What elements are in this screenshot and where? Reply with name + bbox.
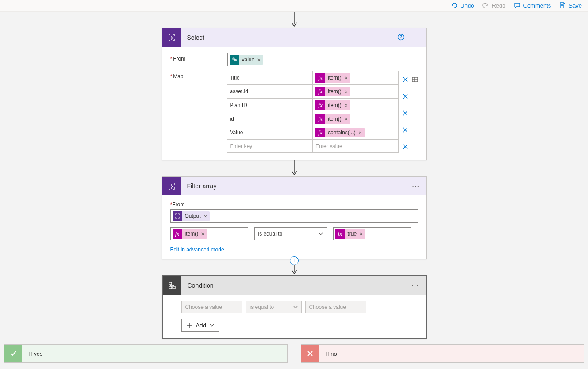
svg-rect-20 (169, 286, 172, 289)
fx-icon: fx (315, 87, 325, 96)
chevron-down-icon (210, 323, 214, 327)
add-step-button[interactable]: + (290, 256, 299, 265)
chevron-down-icon (319, 232, 323, 236)
comments-button[interactable]: Comments (514, 2, 551, 9)
check-icon (4, 345, 22, 362)
map-value-cell[interactable]: fxitem()✕ (313, 85, 399, 99)
remove-token-icon[interactable]: ✕ (358, 130, 362, 135)
map-value-input[interactable] (315, 143, 396, 149)
remove-token-icon[interactable]: ✕ (201, 232, 204, 236)
delete-row-icon[interactable] (402, 76, 408, 84)
action-card-select: Select ··· *From value ✕ (162, 28, 427, 160)
data-operations-icon (173, 211, 182, 221)
branch-no: If no (301, 344, 584, 363)
delete-row-icon[interactable] (402, 110, 408, 118)
token-fx[interactable]: fxtrue✕ (335, 229, 366, 239)
svg-rect-21 (173, 286, 175, 289)
map-key-input[interactable] (230, 143, 310, 149)
chevron-down-icon (293, 305, 298, 309)
svg-point-3 (234, 59, 237, 61)
delete-row-icon[interactable] (402, 127, 408, 134)
card-title: Select (187, 34, 391, 41)
remove-token-icon[interactable]: ✕ (344, 89, 348, 94)
map-table: Title fxitem()✕ asset.id fxitem()✕ Plan … (227, 71, 399, 153)
redo-button[interactable]: Redo (482, 2, 505, 9)
from-input[interactable]: Output ✕ (170, 209, 418, 223)
card-menu-button[interactable]: ··· (410, 282, 421, 289)
from-input[interactable]: value ✕ (227, 53, 418, 66)
map-key-cell[interactable]: Plan ID (227, 99, 313, 112)
card-title: Condition (188, 282, 404, 289)
map-row-actions (402, 71, 418, 154)
remove-token-icon[interactable]: ✕ (344, 103, 348, 108)
token-value[interactable]: value ✕ (230, 55, 264, 65)
control-card-condition: Condition ··· Choose a value is equal to… (162, 275, 427, 339)
remove-token-icon[interactable]: ✕ (257, 57, 261, 62)
remove-token-icon[interactable]: ✕ (204, 214, 207, 219)
fx-icon: fx (315, 73, 325, 83)
connector-arrow (290, 160, 299, 176)
fx-icon: fx (335, 229, 345, 239)
command-bar: Undo Redo Comments Save (0, 0, 588, 12)
condition-operator-select[interactable]: is equal to (246, 301, 302, 313)
condition-left-input[interactable]: Choose a value (181, 301, 242, 313)
fx-icon: fx (315, 114, 325, 124)
condition-branches: If yes If no (4, 344, 584, 363)
from-label: *From (170, 53, 221, 62)
card-header[interactable]: Condition ··· (163, 276, 426, 295)
remove-token-icon[interactable]: ✕ (344, 76, 348, 80)
add-condition-button[interactable]: Add (181, 319, 219, 332)
branch-header[interactable]: If yes (4, 345, 287, 362)
save-button[interactable]: Save (559, 2, 582, 9)
redo-icon (482, 2, 489, 9)
map-value-cell[interactable]: fxcontains(...)✕ (313, 126, 399, 140)
card-menu-button[interactable]: ··· (411, 34, 422, 41)
delete-row-icon[interactable] (402, 144, 408, 151)
action-card-filter: Filter array ··· *From Output ✕ fxitem()… (162, 176, 427, 259)
filter-operator-select[interactable]: is equal to (254, 227, 327, 240)
help-icon[interactable] (397, 34, 404, 42)
condition-right-input[interactable]: Choose a value (305, 301, 366, 313)
filter-left-input[interactable]: fxitem()✕ (170, 227, 248, 240)
control-icon (163, 276, 181, 295)
card-header[interactable]: Select ··· (162, 28, 426, 47)
remove-token-icon[interactable]: ✕ (344, 117, 348, 122)
flow-canvas: Select ··· *From value ✕ (0, 12, 588, 363)
map-key-cell[interactable]: Title (227, 71, 313, 85)
edit-advanced-link[interactable]: Edit in advanced mode (170, 247, 224, 253)
switch-mode-icon[interactable] (412, 76, 418, 84)
card-title: Filter array (187, 183, 404, 190)
map-key-cell[interactable]: Value (227, 126, 313, 140)
close-icon (301, 345, 319, 362)
map-key-cell[interactable]: id (227, 112, 313, 126)
svg-rect-19 (169, 282, 172, 285)
svg-rect-6 (412, 77, 418, 82)
undo-icon (450, 2, 457, 9)
comment-icon (514, 2, 521, 9)
filter-right-input[interactable]: fxtrue✕ (333, 227, 411, 240)
map-key-cell[interactable]: asset.id (227, 85, 313, 99)
data-operations-icon (162, 177, 181, 195)
card-header[interactable]: Filter array ··· (162, 177, 426, 195)
connector-arrow (290, 12, 299, 28)
branch-header[interactable]: If no (301, 345, 584, 362)
map-value-cell[interactable]: fxitem()✕ (313, 71, 399, 85)
map-value-cell[interactable]: fxitem()✕ (313, 99, 399, 112)
undo-button[interactable]: Undo (450, 2, 474, 9)
fx-icon: fx (315, 100, 325, 110)
token-output[interactable]: Output ✕ (173, 211, 210, 221)
save-icon (559, 2, 566, 9)
plus-icon (186, 322, 192, 328)
card-menu-button[interactable]: ··· (411, 183, 422, 190)
remove-token-icon[interactable]: ✕ (359, 232, 363, 236)
map-value-cell[interactable]: fxitem()✕ (313, 112, 399, 126)
from-label: *From (170, 202, 418, 208)
map-label: *Map (170, 71, 221, 80)
fx-icon: fx (173, 229, 182, 239)
data-operations-icon (162, 28, 181, 47)
fx-icon: fx (315, 128, 325, 137)
delete-row-icon[interactable] (402, 93, 408, 101)
token-fx[interactable]: fxitem()✕ (173, 229, 208, 239)
branch-yes: If yes (4, 344, 288, 363)
sharepoint-icon (230, 55, 239, 65)
